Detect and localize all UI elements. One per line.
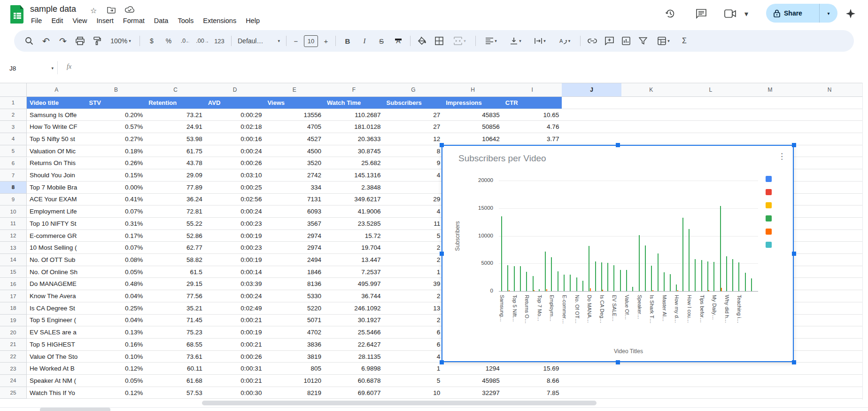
cell-F6[interactable]: 25.682 bbox=[324, 158, 384, 170]
row-header-25[interactable]: 25 bbox=[0, 387, 27, 399]
cell-D8[interactable]: 0:00:25 bbox=[205, 182, 265, 194]
font-size-input[interactable]: 10 bbox=[304, 35, 318, 47]
cell-E16[interactable]: 8136 bbox=[264, 278, 325, 291]
cell-C19[interactable]: 71.45 bbox=[146, 315, 206, 327]
vertical-align-icon[interactable]: ▾ bbox=[504, 33, 528, 48]
cell-B21[interactable]: 0.16% bbox=[86, 339, 147, 351]
cell-C7[interactable]: 29.09 bbox=[146, 169, 206, 182]
cell-C11[interactable]: 55.22 bbox=[146, 218, 206, 230]
cell-header-C1[interactable]: Retention bbox=[146, 97, 206, 109]
cell-A12[interactable]: E-commerce GR bbox=[27, 230, 87, 242]
cell-C16[interactable]: 29.15 bbox=[146, 278, 206, 291]
chart-resize-handle[interactable] bbox=[440, 360, 444, 364]
cell-header-G1[interactable]: Subscribers bbox=[384, 97, 444, 109]
cell-J4[interactable] bbox=[562, 133, 622, 145]
cell-L23[interactable] bbox=[681, 363, 741, 375]
cell-D20[interactable]: 0:00:19 bbox=[205, 326, 265, 339]
cell-H24[interactable]: 45985 bbox=[443, 375, 503, 387]
move-folder-icon[interactable] bbox=[107, 6, 116, 14]
cell-L2[interactable] bbox=[681, 109, 741, 121]
cell-N11[interactable] bbox=[800, 218, 860, 230]
cell-N13[interactable] bbox=[800, 242, 860, 254]
row-header-22[interactable]: 22 bbox=[0, 351, 27, 363]
cell-G21[interactable]: 6 bbox=[384, 339, 444, 351]
cell-E14[interactable]: 2494 bbox=[264, 254, 325, 266]
cell-D18[interactable]: 0:02:49 bbox=[205, 302, 265, 315]
cell-A4[interactable]: Top 5 Nifty 50 st bbox=[27, 133, 87, 145]
column-header-C[interactable]: C bbox=[146, 83, 206, 97]
cell-M1[interactable] bbox=[740, 97, 800, 109]
cell-D24[interactable]: 0:00:21 bbox=[205, 375, 265, 387]
cell-header-F1[interactable]: Watch Time bbox=[324, 97, 384, 109]
undo-icon[interactable]: ↶ bbox=[38, 33, 54, 48]
chart-resize-handle[interactable] bbox=[616, 360, 620, 364]
cell-E18[interactable]: 5220 bbox=[264, 302, 325, 315]
menu-file[interactable]: File bbox=[26, 16, 46, 26]
cell-A3[interactable]: How To Write CF bbox=[27, 121, 87, 133]
row-header-15[interactable]: 15 bbox=[0, 266, 27, 278]
cell-H23[interactable]: 1294 bbox=[443, 363, 503, 375]
cell-D3[interactable]: 0:02:18 bbox=[205, 121, 265, 133]
text-color-icon[interactable]: A bbox=[390, 33, 407, 48]
cell-J24[interactable] bbox=[562, 375, 622, 387]
cell-K25[interactable] bbox=[621, 387, 682, 399]
cell-K2[interactable] bbox=[621, 109, 682, 121]
chart-resize-handle[interactable] bbox=[440, 252, 444, 256]
cell-I4[interactable]: 3.77 bbox=[503, 133, 563, 145]
menu-data[interactable]: Data bbox=[149, 16, 173, 26]
name-box[interactable]: J8 ▾ bbox=[3, 62, 54, 74]
cell-E11[interactable]: 3567 bbox=[264, 218, 325, 230]
cell-header-B1[interactable]: STV bbox=[86, 97, 147, 109]
cell-G6[interactable]: 9 bbox=[384, 158, 444, 170]
row-header-17[interactable]: 17 bbox=[0, 290, 27, 302]
cell-N24[interactable] bbox=[800, 375, 860, 387]
strikethrough-icon[interactable]: S bbox=[373, 33, 390, 48]
cell-A19[interactable]: Top 5 Engineer ( bbox=[27, 315, 87, 327]
row-header-2[interactable]: 2 bbox=[0, 109, 27, 121]
menu-tools[interactable]: Tools bbox=[173, 16, 198, 26]
create-filter-icon[interactable] bbox=[635, 33, 651, 48]
cell-I3[interactable]: 4.76 bbox=[503, 121, 563, 133]
column-header-B[interactable]: B bbox=[86, 83, 147, 97]
cell-B11[interactable]: 0.31% bbox=[86, 218, 147, 230]
cell-C4[interactable]: 53.98 bbox=[146, 133, 206, 145]
cell-C22[interactable]: 73.61 bbox=[146, 351, 206, 363]
cell-A25[interactable]: Watch This If Yo bbox=[27, 387, 87, 399]
row-header-8[interactable]: 8 bbox=[0, 182, 27, 194]
cell-D17[interactable]: 0:00:24 bbox=[205, 290, 265, 302]
row-header-5[interactable]: 5 bbox=[0, 145, 27, 158]
cell-C3[interactable]: 24.91 bbox=[146, 121, 206, 133]
cell-J25[interactable] bbox=[562, 387, 622, 399]
row-header-18[interactable]: 18 bbox=[0, 302, 27, 315]
column-header-D[interactable]: D bbox=[205, 83, 265, 97]
gemini-sparkle-icon[interactable] bbox=[844, 7, 858, 21]
cell-I24[interactable]: 8.66 bbox=[503, 375, 563, 387]
row-header-6[interactable]: 6 bbox=[0, 158, 27, 170]
chart-resize-handle[interactable] bbox=[792, 360, 796, 364]
chart-menu-icon[interactable]: ⋮ bbox=[778, 151, 786, 161]
cell-B20[interactable]: 0.13% bbox=[86, 326, 147, 339]
cell-D13[interactable]: 0:00:23 bbox=[205, 242, 265, 254]
cell-F18[interactable]: 246.1092 bbox=[324, 302, 384, 315]
bold-icon[interactable]: B bbox=[339, 33, 356, 48]
cell-header-D1[interactable]: AVD bbox=[205, 97, 265, 109]
percent-format-icon[interactable]: % bbox=[160, 33, 177, 48]
cell-C24[interactable]: 61.68 bbox=[146, 375, 206, 387]
cell-E10[interactable]: 6093 bbox=[264, 206, 325, 218]
row-header-20[interactable]: 20 bbox=[0, 326, 27, 339]
cell-G13[interactable]: 2 bbox=[384, 242, 444, 254]
cell-F4[interactable]: 20.3633 bbox=[324, 133, 384, 145]
row-header-14[interactable]: 14 bbox=[0, 254, 27, 266]
text-wrap-icon[interactable]: ▾ bbox=[528, 33, 552, 48]
cell-L4[interactable] bbox=[681, 133, 741, 145]
cell-C13[interactable]: 62.77 bbox=[146, 242, 206, 254]
cell-E25[interactable]: 8219 bbox=[264, 387, 325, 399]
cell-C8[interactable]: 77.89 bbox=[146, 182, 206, 194]
cell-F16[interactable]: 495.997 bbox=[324, 278, 384, 291]
cell-D6[interactable]: 0:00:26 bbox=[205, 158, 265, 170]
column-header-M[interactable]: M bbox=[740, 83, 800, 97]
cell-F2[interactable]: 110.2687 bbox=[324, 109, 384, 121]
cell-G19[interactable]: 2 bbox=[384, 315, 444, 327]
cell-M25[interactable] bbox=[740, 387, 800, 399]
cell-N1[interactable] bbox=[800, 97, 860, 109]
